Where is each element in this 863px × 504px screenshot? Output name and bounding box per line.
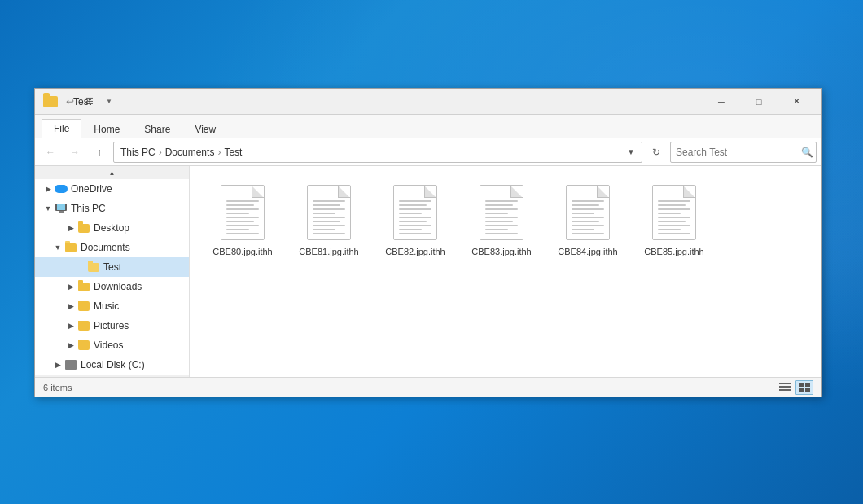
expand-arrow-documents[interactable]: ▼ [51, 241, 64, 254]
svg-rect-1 [57, 204, 65, 210]
expand-arrow-pictures[interactable]: ▶ [64, 319, 77, 332]
svg-rect-6 [779, 389, 791, 391]
main-area: ▲ ▶ OneDrive ▼ [35, 166, 821, 377]
maximize-button[interactable]: □ [740, 89, 778, 115]
breadcrumb-sep-1: › [159, 147, 162, 158]
file-name-4: CBE84.jpg.ithh [558, 246, 617, 257]
scroll-down-arrow[interactable]: ▼ [35, 375, 189, 377]
scroll-up-arrow[interactable]: ▲ [35, 166, 189, 179]
forward-button[interactable]: → [64, 142, 85, 163]
sidebar-label-music: Music [94, 300, 119, 312]
file-item-3[interactable]: CBE83.jpg.ithh [465, 179, 538, 261]
tab-home[interactable]: Home [81, 120, 132, 138]
file-name-3: CBE83.jpg.ithh [471, 246, 531, 257]
search-input[interactable] [676, 147, 798, 158]
onedrive-icon [55, 182, 68, 195]
sidebar-item-downloads[interactable]: ▶ Downloads [35, 277, 189, 296]
refresh-button[interactable]: ↻ [646, 142, 667, 163]
sidebar-label-local-disk: Local Disk (C:) [81, 359, 145, 370]
svg-rect-8 [805, 383, 810, 387]
doc-icon-5 [652, 185, 696, 240]
sidebar-label-downloads: Downloads [94, 281, 142, 292]
search-icon[interactable]: 🔍 [801, 147, 813, 158]
expand-arrow-videos[interactable]: ▶ [64, 339, 77, 352]
breadcrumb: This PC › Documents › Test [120, 147, 627, 158]
expand-arrow-downloads[interactable]: ▶ [64, 280, 77, 293]
file-name-5: CBE85.jpg.ithh [644, 246, 703, 257]
sidebar-item-pictures[interactable]: ▶ Pictures [35, 316, 189, 335]
file-item-5[interactable]: CBE85.jpg.ithh [637, 179, 711, 261]
svg-rect-2 [59, 211, 64, 213]
sidebar-label-pictures: Pictures [94, 320, 129, 331]
list-view-button[interactable] [776, 380, 794, 395]
file-item-4[interactable]: CBE84.jpg.ithh [551, 179, 624, 261]
tab-file[interactable]: File [42, 119, 81, 138]
title-bar: ↩ ☰ ▼ Test ─ □ ✕ [35, 89, 821, 115]
qa-pin-btn[interactable] [42, 93, 59, 111]
minimize-button[interactable]: ─ [703, 89, 740, 115]
file-icon-5 [648, 182, 700, 243]
videos-folder-icon [77, 339, 90, 352]
breadcrumb-test[interactable]: Test [224, 147, 242, 158]
svg-rect-4 [779, 383, 791, 384]
title-separator [68, 94, 68, 110]
pc-icon [55, 202, 68, 215]
file-item-2[interactable]: CBE82.jpg.ithh [379, 179, 452, 261]
sidebar-item-documents[interactable]: ▼ Documents [35, 238, 189, 257]
up-button[interactable]: ↑ [89, 142, 110, 163]
tab-view[interactable]: View [182, 120, 228, 138]
drive-icon [64, 358, 77, 371]
breadcrumb-documents[interactable]: Documents [165, 147, 215, 158]
sidebar-label-videos: Videos [94, 340, 123, 351]
view-buttons [776, 380, 813, 395]
sidebar-item-this-pc[interactable]: ▼ This PC [35, 199, 189, 218]
tab-share[interactable]: Share [132, 120, 182, 138]
sidebar-label-onedrive: OneDrive [71, 183, 112, 195]
test-folder-icon [87, 261, 100, 274]
sidebar-item-videos[interactable]: ▶ Videos [35, 335, 189, 355]
svg-rect-9 [799, 388, 804, 392]
expand-arrow-this-pc[interactable]: ▼ [42, 202, 55, 215]
sidebar-item-desktop[interactable]: ▶ Desktop [35, 218, 189, 238]
svg-rect-3 [58, 213, 64, 213]
downloads-folder-icon [77, 280, 90, 293]
title-bar-icon: ↩ ☰ ▼ [42, 94, 58, 110]
documents-folder-icon [64, 241, 77, 254]
doc-icon-4 [566, 185, 610, 240]
sidebar-label-this-pc: This PC [71, 203, 106, 214]
address-dropdown-arrow[interactable]: ▼ [627, 147, 635, 156]
address-bar[interactable]: This PC › Documents › Test ▼ [113, 142, 642, 163]
sidebar-item-onedrive[interactable]: ▶ OneDrive [35, 179, 189, 199]
sidebar-item-local-disk[interactable]: ▶ Local Disk (C:) [35, 355, 189, 375]
file-item-0[interactable]: CBE80.jpg.ithh [206, 179, 279, 261]
doc-icon-0 [221, 185, 265, 240]
desktop-folder-icon [77, 221, 90, 234]
status-bar: 6 items [35, 377, 821, 397]
back-button[interactable]: ← [40, 142, 61, 163]
expand-arrow-onedrive[interactable]: ▶ [42, 182, 55, 195]
window-controls: ─ □ ✕ [703, 89, 815, 115]
search-bar[interactable]: 🔍 [670, 142, 817, 163]
sidebar-item-music[interactable]: ▶ Music [35, 296, 189, 316]
svg-rect-7 [799, 383, 804, 387]
ribbon: File Home Share View [35, 115, 821, 138]
svg-rect-5 [779, 386, 791, 388]
expand-arrow-music[interactable]: ▶ [64, 300, 77, 313]
file-area: CBE80.jpg.ithhCBE81.jpg.ithhCBE82.jpg.it… [190, 166, 821, 377]
sidebar-item-test[interactable]: Test [35, 257, 189, 277]
file-icon-0 [217, 182, 269, 243]
right-panel: CBE80.jpg.ithhCBE81.jpg.ithhCBE82.jpg.it… [190, 166, 821, 377]
doc-icon-2 [393, 185, 437, 240]
close-button[interactable]: ✕ [778, 89, 815, 115]
expand-arrow-desktop[interactable]: ▶ [64, 221, 77, 234]
file-icon-1 [303, 182, 355, 243]
sidebar-label-desktop: Desktop [94, 222, 129, 234]
expand-arrow-local-disk[interactable]: ▶ [51, 358, 64, 371]
sidebar-label-test: Test [103, 261, 121, 273]
explorer-window: ↩ ☰ ▼ Test ─ □ ✕ File Home Share View ← … [34, 88, 822, 397]
item-count: 6 items [43, 383, 72, 392]
breadcrumb-sep-2: › [217, 147, 221, 158]
breadcrumb-this-pc[interactable]: This PC [120, 147, 156, 158]
tile-view-button[interactable] [795, 380, 813, 395]
file-item-1[interactable]: CBE81.jpg.ithh [292, 179, 366, 261]
